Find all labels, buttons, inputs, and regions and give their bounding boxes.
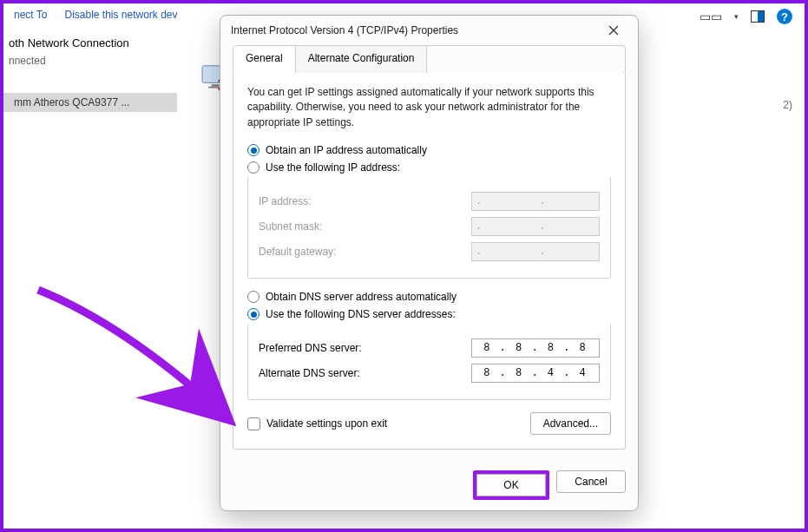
advanced-button[interactable]: Advanced... xyxy=(530,412,611,435)
dns-fields-group: Preferred DNS server: Alternate DNS serv… xyxy=(247,324,611,400)
radio-icon xyxy=(247,161,259,174)
radio-ip-auto-label: Obtain an IP address automatically xyxy=(266,144,427,156)
adapter-count-suffix: 2) xyxy=(783,99,792,111)
preferred-dns-input[interactable] xyxy=(471,338,600,358)
checkbox-icon xyxy=(247,417,260,430)
radio-ip-auto[interactable]: Obtain an IP address automatically xyxy=(247,144,611,156)
tab-alternate[interactable]: Alternate Configuration xyxy=(296,46,428,73)
disable-device-link[interactable]: Disable this network dev xyxy=(64,9,177,23)
alternate-dns-label: Alternate DNS server: xyxy=(259,367,360,379)
cancel-button[interactable]: Cancel xyxy=(556,470,626,493)
adapter-desc: mm Atheros QCA9377 ... xyxy=(14,96,129,108)
view-layout-icon[interactable]: ▭▭ xyxy=(700,10,722,23)
svg-rect-1 xyxy=(212,84,220,87)
ok-highlight-annotation: OK xyxy=(473,470,549,500)
preferred-dns-label: Preferred DNS server: xyxy=(259,342,362,354)
gateway-input xyxy=(471,242,600,261)
subnet-mask-input xyxy=(471,217,600,236)
radio-icon xyxy=(247,291,259,303)
subnet-mask-label: Subnet mask: xyxy=(259,220,322,233)
validate-checkbox-row[interactable]: Validate settings upon exit xyxy=(247,417,387,430)
tab-strip: General Alternate Configuration xyxy=(233,45,626,74)
radio-dns-auto-label: Obtain DNS server address automatically xyxy=(266,291,457,303)
gateway-label: Default gateway: xyxy=(259,246,336,258)
view-dropdown-icon[interactable]: ▾ xyxy=(734,12,739,21)
help-icon[interactable]: ? xyxy=(777,9,792,24)
radio-icon xyxy=(247,144,259,156)
validate-label: Validate settings upon exit xyxy=(266,417,387,430)
tab-general[interactable]: General xyxy=(233,46,296,73)
radio-icon xyxy=(247,308,259,320)
ok-button[interactable]: OK xyxy=(476,474,546,496)
radio-dns-manual[interactable]: Use the following DNS server addresses: xyxy=(247,308,611,320)
ipv4-properties-dialog: Internet Protocol Version 4 (TCP/IPv4) P… xyxy=(220,15,639,511)
radio-dns-manual-label: Use the following DNS server addresses: xyxy=(266,308,456,320)
preview-pane-icon[interactable] xyxy=(751,10,765,23)
ip-address-label: IP address: xyxy=(259,195,311,207)
radio-ip-manual-label: Use the following IP address: xyxy=(266,161,400,174)
connect-to-link[interactable]: nect To xyxy=(14,9,47,23)
ip-fields-group: IP address: Subnet mask: Default gateway… xyxy=(247,177,611,279)
radio-dns-auto[interactable]: Obtain DNS server address automatically xyxy=(247,291,611,303)
tab-panel-general: You can get IP settings assigned automat… xyxy=(233,73,626,450)
description-text: You can get IP settings assigned automat… xyxy=(247,85,611,130)
radio-ip-manual[interactable]: Use the following IP address: xyxy=(247,161,611,174)
dialog-title: Internet Protocol Version 4 (TCP/IPv4) P… xyxy=(231,24,600,36)
ip-address-input xyxy=(471,192,600,211)
close-icon[interactable] xyxy=(600,18,627,43)
adapter-item-selected[interactable]: mm Atheros QCA9377 ... xyxy=(3,93,177,112)
alternate-dns-input[interactable] xyxy=(471,364,600,383)
